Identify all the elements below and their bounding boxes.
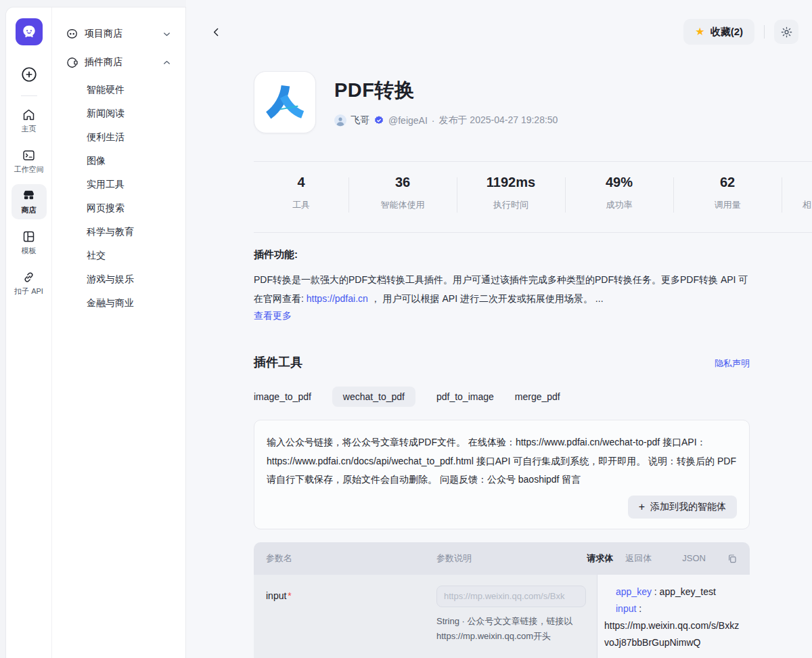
rail-item-label: 扣子 API (14, 286, 43, 297)
stat-label: 调用量 (673, 199, 782, 211)
stat-calls: 62 调用量 (673, 175, 782, 211)
plugin-title-block: PDF转换 飞哥 @feigeAI · 发布于 2025-04-27 19:28… (334, 71, 558, 133)
rail-item-label: 商店 (22, 205, 37, 215)
author-handle[interactable]: @feigeAI (388, 115, 428, 126)
request-body-tab[interactable]: 请求体 (587, 552, 613, 565)
tab-pdf-to-image[interactable]: pdf_to_image (436, 387, 494, 407)
back-button[interactable] (206, 22, 225, 41)
stat-label: 工具 (254, 199, 348, 211)
function-heading: 插件功能: (254, 248, 750, 261)
stat-value: 62 (673, 175, 782, 191)
json-toggle[interactable]: JSON (682, 553, 706, 563)
category-social[interactable]: 社交 (62, 244, 176, 267)
rail-divider (21, 95, 37, 96)
table-row: input* String · 公众号文文章链接，链接以 https://mp.… (254, 575, 750, 658)
tool-tabs: image_to_pdf wechat_to_pdf pdf_to_image … (254, 387, 750, 407)
category-web-search[interactable]: 网页搜索 (62, 196, 176, 220)
description-text: ， 用户可以根据 API 进行二次开发或拓展使用场景。 ... (368, 293, 604, 304)
actions-divider (764, 25, 765, 39)
verified-badge-icon (374, 115, 384, 126)
plus-icon: + (639, 501, 645, 513)
stats-row: 4 工具 36 智能体使用 1192ms 执行时间 49% 成功率 62 调用量 (254, 161, 812, 233)
body-tabs: 请求体 返回体 JSON (587, 552, 739, 565)
store-icon (22, 189, 36, 203)
param-description: String · 公众号文文章链接，链接以 https://mp.weixin.… (436, 614, 586, 644)
icon-rail: 主页 工作空间 商店 模板 (6, 7, 52, 658)
tab-merge-pdf[interactable]: merge_pdf (515, 387, 560, 407)
stat-value (782, 175, 812, 191)
stat-value: 4 (254, 175, 348, 191)
plugin-function-section: 插件功能: PDF转换是一款强大的PDF文档转换工具插件。用户可通过该插件完成多… (254, 248, 750, 322)
table-header: 参数名 参数说明 请求体 返回体 JSON (254, 542, 750, 575)
category-smart-hardware[interactable]: 智能硬件 (62, 78, 176, 102)
header-actions: ★ 收藏(2) (683, 19, 798, 45)
card-actions: + 添加到我的智能体 (267, 496, 737, 519)
rail-item-api[interactable]: 扣子 API (12, 265, 47, 301)
category-games-entertainment[interactable]: 游戏与娱乐 (62, 267, 176, 291)
copy-icon (727, 553, 738, 564)
example-key: input (616, 603, 636, 614)
param-desc-cell: String · 公众号文文章链接，链接以 https://mp.weixin.… (436, 575, 597, 658)
nav-plugin-store[interactable]: 插件商店 (62, 49, 176, 75)
create-button[interactable] (18, 63, 41, 86)
chevron-down-icon (162, 29, 172, 39)
category-utility-tools[interactable]: 实用工具 (62, 173, 176, 196)
nav-group-label: 项目商店 (85, 28, 156, 40)
main-area: ★ 收藏(2) PDF转换 (186, 0, 812, 658)
author-name[interactable]: 飞哥 (351, 114, 369, 127)
pdfai-link[interactable]: https://pdfai.cn (307, 293, 368, 304)
gear-icon (780, 26, 793, 39)
home-icon (22, 108, 36, 122)
tool-description: 输入公众号链接，将公众号文章转成PDF文件。 在线体验：https://www.… (267, 433, 737, 489)
rail-item-workspace[interactable]: 工作空间 (12, 144, 47, 179)
privacy-statement-link[interactable]: 隐私声明 (715, 357, 750, 370)
category-convenient-life[interactable]: 便利生活 (62, 125, 176, 149)
function-description: PDF转换是一款强大的PDF文档转换工具插件。用户可通过该插件完成多种类型的PD… (254, 270, 750, 308)
pdf-plugin-icon (264, 81, 306, 123)
stat-agents: 36 智能体使用 (348, 175, 457, 211)
column-param-desc: 参数说明 (436, 552, 587, 565)
avatar (334, 114, 346, 127)
rail-item-label: 主页 (22, 124, 37, 134)
rail-item-template[interactable]: 模板 (12, 225, 47, 260)
author-row: 飞哥 @feigeAI · 发布于 2025-04-27 19:28:50 (334, 114, 558, 127)
rail-item-label: 模板 (22, 246, 37, 256)
category-finance-business[interactable]: 金融与商业 (62, 291, 176, 315)
plus-circle-icon (20, 66, 38, 83)
add-to-agent-button[interactable]: + 添加到我的智能体 (628, 496, 737, 519)
nav-group-label: 插件商店 (85, 56, 156, 68)
parameter-table: 参数名 参数说明 请求体 返回体 JSON input* (254, 542, 750, 658)
rail-item-label: 工作空间 (14, 164, 44, 175)
nav-project-store[interactable]: 项目商店 (62, 21, 176, 47)
view-more-link[interactable]: 查看更多 (254, 310, 292, 322)
example-line: input : (604, 600, 742, 617)
favorite-label: 收藏(2) (710, 26, 743, 39)
stat-tools: 4 工具 (254, 175, 348, 211)
tool-detail-card: 输入公众号链接，将公众号文章转成PDF文件。 在线体验：https://www.… (254, 420, 750, 529)
stat-exec-time: 1192ms 执行时间 (457, 175, 565, 211)
stat-clipped: 相 (782, 175, 812, 211)
param-value-input[interactable] (436, 586, 586, 607)
example-url: https://mp.weixin.qq.com/s/BxkzvoJj87bbB… (604, 617, 742, 651)
plugin-detail-content: PDF转换 飞哥 @feigeAI · 发布于 2025-04-27 19:28… (254, 0, 750, 658)
robot-face-icon (20, 23, 38, 41)
category-image[interactable]: 图像 (62, 149, 176, 173)
response-body-tab[interactable]: 返回体 (625, 552, 652, 565)
category-news-reading[interactable]: 新闻阅读 (62, 102, 176, 125)
rail-item-store[interactable]: 商店 (12, 184, 47, 219)
tab-image-to-pdf[interactable]: image_to_pdf (254, 387, 311, 407)
sidebar: 主页 工作空间 商店 模板 (5, 7, 186, 658)
project-store-icon (66, 28, 78, 41)
stat-value: 1192ms (457, 175, 565, 191)
tab-wechat-to-pdf[interactable]: wechat_to_pdf (332, 387, 415, 407)
example-key: app_key (616, 586, 652, 597)
rail-item-home[interactable]: 主页 (12, 103, 47, 138)
coze-logo[interactable] (16, 18, 43, 45)
category-science-education[interactable]: 科学与教育 (62, 220, 176, 244)
stat-label: 智能体使用 (348, 199, 457, 211)
add-button-label: 添加到我的智能体 (650, 501, 726, 513)
settings-button[interactable] (774, 20, 798, 44)
stat-success-rate: 49% 成功率 (565, 175, 673, 211)
favorite-button[interactable]: ★ 收藏(2) (683, 19, 754, 45)
copy-button[interactable] (727, 552, 739, 565)
